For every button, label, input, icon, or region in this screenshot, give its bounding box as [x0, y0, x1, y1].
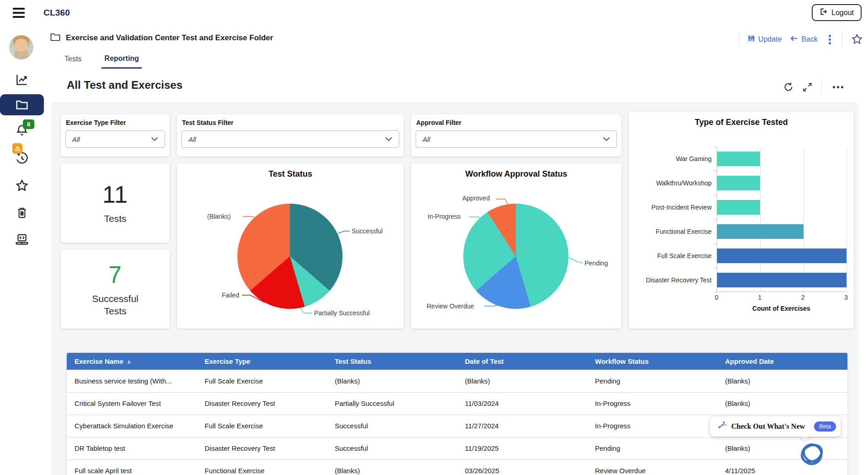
x-tick-label: 0 — [711, 294, 723, 301]
pie-label-review-overdue: Review Overdue — [427, 302, 474, 310]
pie-label-successful: Successful — [352, 227, 383, 235]
breadcrumb: Exercise and Validation Center Test and … — [50, 33, 273, 43]
workflow-approval-pie[interactable] — [463, 204, 568, 309]
hamburger-menu-icon[interactable] — [13, 8, 25, 18]
kpi-card-successful-tests: 7 Successful Tests — [61, 249, 170, 329]
table-cell: 11/27/2024 — [457, 415, 588, 437]
table-cell: Partially Successful — [327, 392, 457, 415]
sidebar-item-favorites[interactable] — [0, 176, 44, 196]
workflow-approval-pie-card: Workflow Approval Status Approved In-Pro… — [411, 163, 622, 329]
back-arrow-icon — [790, 35, 798, 44]
exercise-type-filter-select[interactable]: All — [65, 130, 165, 148]
chart-title: Type of Exercise Tested — [629, 118, 854, 127]
kpi-value: 11 — [102, 181, 128, 208]
bar-post-incident-review[interactable] — [717, 200, 760, 215]
divider — [842, 32, 842, 46]
favorite-star-icon[interactable] — [851, 33, 863, 46]
gridline — [847, 146, 847, 292]
sidebar-item-analytics[interactable] — [0, 70, 44, 90]
save-icon — [748, 35, 755, 44]
logout-button[interactable]: Logout — [812, 4, 862, 21]
whats-new-button[interactable]: Check Out What's New Beta — [710, 416, 841, 437]
whats-new-label: Check Out What's New — [731, 422, 809, 431]
back-button[interactable]: Back — [790, 35, 818, 44]
table-row[interactable]: Business service testing (With...Full Sc… — [67, 370, 847, 392]
chevron-down-icon — [385, 137, 392, 141]
bar-category-label: Post-Incident Review — [629, 203, 712, 212]
table-row[interactable]: Critical System Failover TestDisaster Re… — [67, 392, 847, 415]
table-cell: Pending — [587, 437, 718, 459]
table-cell: 4/11/2025 — [718, 459, 848, 475]
bar-functional-exercise[interactable] — [717, 224, 804, 239]
tab-reporting[interactable]: Reporting — [102, 49, 142, 69]
bar-disaster-recovery-test[interactable] — [717, 273, 847, 287]
bar-category-label: Functional Exercise — [629, 227, 712, 236]
exercises-table: Exercise Name∧Exercise TypeTest StatusDa… — [67, 353, 847, 475]
chevron-down-icon — [603, 137, 610, 141]
ellipsis-menu-icon[interactable] — [831, 84, 845, 90]
y-axis-tick — [714, 268, 717, 268]
bar-walkthru-workshop[interactable] — [717, 176, 760, 190]
chart-trend-icon — [15, 73, 29, 86]
table-cell: Disaster Recovery Test — [197, 392, 327, 415]
column-header-workflow-status[interactable]: Workflow Status — [587, 353, 718, 370]
table-row[interactable]: DR Tabletop testDisaster Recovery TestSu… — [67, 437, 847, 459]
approval-filter-select[interactable]: All — [416, 130, 617, 148]
x-tick-label: 3 — [840, 294, 852, 301]
app-logo[interactable]: CL360 — [43, 0, 70, 26]
bar-category-label: Walkthru/Workshop — [629, 178, 712, 188]
sidebar-item-trash[interactable] — [0, 202, 44, 222]
sidebar-item-notifications[interactable] — [0, 120, 44, 140]
chart-title: Workflow Approval Status — [411, 169, 622, 179]
column-header-approved-date[interactable]: Approved Date — [718, 353, 848, 370]
filter-label: Test Status Filter — [182, 119, 234, 126]
gridline — [804, 146, 804, 292]
sidebar-item-folders[interactable] — [0, 94, 44, 115]
table-cell: In-Progress — [587, 392, 718, 415]
tab-tests[interactable]: Tests — [62, 49, 84, 69]
update-button[interactable]: Update — [748, 35, 782, 44]
pie-label-in-progress: In-Progress — [428, 213, 461, 220]
y-axis-tick — [714, 171, 717, 171]
bar-full-scale-exercise[interactable] — [717, 248, 847, 263]
star-icon — [15, 178, 29, 193]
expand-icon[interactable] — [803, 82, 812, 92]
column-header-exercise-name[interactable]: Exercise Name∧ — [67, 353, 197, 370]
exercise-type-bar-card: Type of Exercise Tested War GamingWalkth… — [629, 112, 854, 329]
filter-card-approval: Approval Filter All — [411, 114, 622, 157]
table-cell: Full Scale Exercise — [197, 370, 327, 392]
test-status-filter-select[interactable]: All — [182, 130, 399, 148]
refresh-icon[interactable] — [783, 82, 793, 92]
table-cell: 11/03/2024 — [457, 392, 588, 415]
table-cell: (Blanks) — [457, 370, 588, 392]
table-cell: (Blanks) — [718, 370, 848, 392]
header-actions: Update Back — [739, 32, 863, 47]
table-row[interactable]: Full scale April testFunctional Exercise… — [67, 459, 847, 475]
y-axis-tick — [714, 219, 717, 220]
bar-category-label: Full Scale Exercise — [629, 251, 712, 260]
bar-war-gaming[interactable] — [717, 151, 760, 166]
table-cell: DR Tabletop test — [67, 437, 197, 459]
history-warning-badge — [12, 143, 22, 154]
column-header-test-status[interactable]: Test Status — [327, 353, 457, 370]
bar-x-axis-label: Count of Exercises — [717, 305, 846, 312]
gridline — [760, 146, 761, 292]
filter-label: Exercise Type Filter — [66, 119, 126, 126]
sort-ascending-icon: ∧ — [127, 359, 131, 365]
table-header-row: Exercise Name∧Exercise TypeTest StatusDa… — [67, 353, 847, 370]
column-header-exercise-type[interactable]: Exercise Type — [197, 353, 327, 370]
sidebar-item-developer[interactable] — [0, 229, 44, 249]
table-cell: (Blanks) — [327, 370, 457, 392]
column-header-date-of-test[interactable]: Date of Test — [457, 353, 588, 370]
magic-wand-icon — [717, 421, 727, 432]
table-cell: Disaster Recovery Test — [197, 437, 327, 459]
avatar[interactable] — [9, 35, 33, 59]
more-options-kebab[interactable] — [826, 34, 834, 45]
notification-count-badge: 8 — [23, 119, 34, 129]
test-status-pie[interactable] — [237, 204, 343, 309]
filter-card-exercise-type: Exercise Type Filter All — [61, 114, 170, 157]
assistant-orb-icon[interactable] — [798, 439, 826, 470]
top-bar: CL360 Logout — [0, 0, 868, 26]
sidebar: 8 — [0, 26, 44, 475]
table-cell: (Blanks) — [718, 437, 848, 459]
